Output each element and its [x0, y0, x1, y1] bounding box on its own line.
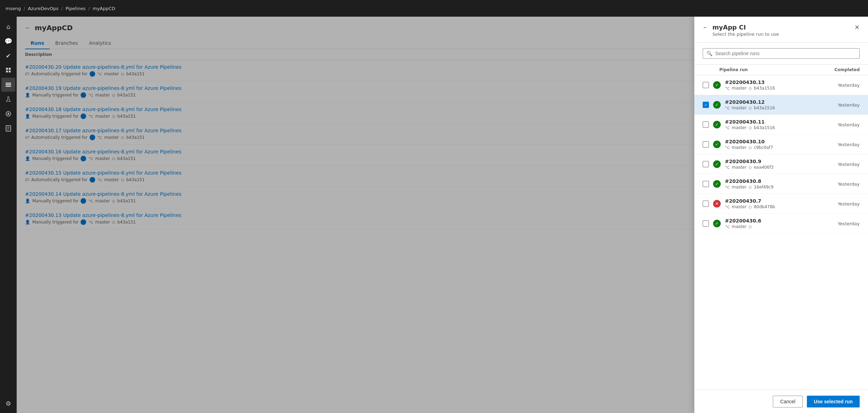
- run-branch-icon: ⌥: [725, 165, 730, 170]
- sidebar: ⌂ 💬 ✔ ⚙: [0, 17, 17, 413]
- run-branch: master: [732, 185, 746, 189]
- run-commit-icon: ◇: [749, 145, 752, 150]
- modal-run-item[interactable]: ✓ #20200430.6 ⌥ master ◇ Yesterday: [694, 214, 868, 234]
- run-meta: ⌥ master ◇ eaa406f3: [725, 165, 828, 170]
- modal-run-item[interactable]: ✓ #20200430.12 ⌥ master ◇ b43a1516 Yeste…: [694, 95, 868, 115]
- cancel-button[interactable]: Cancel: [773, 396, 803, 407]
- modal-runs-list: ✓ #20200430.13 ⌥ master ◇ b43a1516 Yeste…: [694, 75, 868, 390]
- sidebar-icon-work[interactable]: ✔: [1, 49, 15, 62]
- run-checkbox[interactable]: [703, 181, 709, 187]
- run-branch-icon: ⌥: [725, 185, 730, 189]
- top-bar: mseng / AzureDevOps / Pipelines / myAppC…: [0, 0, 868, 17]
- sidebar-icon-artifacts[interactable]: [1, 121, 15, 135]
- run-commit-icon: ◇: [749, 224, 752, 229]
- breadcrumb-pipelines[interactable]: Pipelines: [66, 6, 86, 11]
- run-status-icon: ✓: [713, 81, 721, 89]
- run-status-icon: ✕: [713, 200, 721, 208]
- run-info: #20200430.6 ⌥ master ◇: [725, 218, 828, 229]
- run-completed: Yesterday: [832, 142, 860, 147]
- modal-close-button[interactable]: ✕: [854, 24, 860, 31]
- run-checkbox[interactable]: [703, 102, 709, 108]
- modal-list-header: Pipeline run Completed: [694, 65, 868, 75]
- sidebar-icon-pipelines[interactable]: [1, 78, 15, 92]
- sidebar-icon-deploy[interactable]: [1, 107, 15, 121]
- modal-title: myApp CI: [712, 24, 779, 31]
- sidebar-icon-test[interactable]: [1, 92, 15, 106]
- run-commit: b43a1516: [754, 106, 775, 110]
- run-checkbox[interactable]: [703, 82, 709, 88]
- run-number: #20200430.7: [725, 198, 828, 204]
- modal-run-item[interactable]: ✕ #20200430.7 ⌥ master ◇ 80db478b Yester…: [694, 194, 868, 214]
- modal-run-item[interactable]: ✓ #20200430.9 ⌥ master ◇ eaa406f3 Yester…: [694, 154, 868, 174]
- search-icon: 🔍: [706, 51, 712, 56]
- modal-run-item[interactable]: ✓ #20200430.11 ⌥ master ◇ b43a1516 Yeste…: [694, 115, 868, 135]
- run-branch: master: [732, 224, 746, 229]
- run-checkbox[interactable]: [703, 220, 709, 227]
- search-box: 🔍: [703, 48, 860, 59]
- run-info: #20200430.12 ⌥ master ◇ b43a1516: [725, 99, 828, 110]
- run-status-icon: ✓: [713, 141, 721, 148]
- run-commit-icon: ◇: [749, 86, 752, 91]
- run-number: #20200430.6: [725, 218, 828, 224]
- modal-panel: ← myApp CI Select the pipeline run to us…: [694, 17, 868, 413]
- run-meta: ⌥ master ◇ 16ef49c9: [725, 185, 828, 189]
- run-commit: eaa406f3: [754, 165, 774, 170]
- modal-header-pipeline-run: Pipeline run: [703, 67, 825, 72]
- run-meta: ⌥ master ◇ b43a1516: [725, 106, 828, 110]
- run-completed: Yesterday: [832, 162, 860, 167]
- run-meta: ⌥ master ◇ b43a1516: [725, 125, 828, 130]
- modal-run-item[interactable]: ✓ #20200430.10 ⌥ master ◇ c9bc0af7 Yeste…: [694, 135, 868, 154]
- run-branch-icon: ⌥: [725, 106, 730, 110]
- modal-subtitle: Select the pipeline run to use: [712, 32, 779, 37]
- run-branch: master: [732, 145, 746, 150]
- use-selected-run-button[interactable]: Use selected run: [807, 396, 860, 407]
- run-completed: Yesterday: [832, 122, 860, 127]
- breadcrumb-azuredevops[interactable]: AzureDevOps: [28, 6, 58, 11]
- run-number: #20200430.9: [725, 159, 828, 164]
- run-info: #20200430.7 ⌥ master ◇ 80db478b: [725, 198, 828, 209]
- sidebar-icon-home[interactable]: ⌂: [1, 19, 15, 33]
- run-meta: ⌥ master ◇ c9bc0af7: [725, 145, 828, 150]
- run-info: #20200430.13 ⌥ master ◇ b43a1516: [725, 79, 828, 91]
- modal-run-item[interactable]: ✓ #20200430.8 ⌥ master ◇ 16ef49c9 Yester…: [694, 174, 868, 194]
- run-commit: 16ef49c9: [754, 185, 773, 189]
- modal-search-area: 🔍: [694, 43, 868, 65]
- run-commit-icon: ◇: [749, 125, 752, 130]
- sidebar-icon-repo[interactable]: [1, 63, 15, 77]
- run-commit-icon: ◇: [749, 106, 752, 110]
- breadcrumb-mseng[interactable]: mseng: [6, 6, 21, 11]
- run-commit: b43a1516: [754, 125, 775, 130]
- modal-run-item[interactable]: ✓ #20200430.13 ⌥ master ◇ b43a1516 Yeste…: [694, 75, 868, 95]
- sidebar-icon-chat[interactable]: 💬: [1, 34, 15, 48]
- run-number: #20200430.13: [725, 79, 828, 85]
- run-checkbox[interactable]: [703, 161, 709, 167]
- modal-header: ← myApp CI Select the pipeline run to us…: [694, 17, 868, 43]
- run-branch-icon: ⌥: [725, 145, 730, 150]
- modal-footer: Cancel Use selected run: [694, 390, 868, 413]
- modal-back-button[interactable]: ←: [703, 24, 708, 31]
- run-branch-icon: ⌥: [725, 86, 730, 91]
- run-commit-icon: ◇: [749, 185, 752, 189]
- sidebar-icon-settings[interactable]: ⚙: [1, 396, 15, 410]
- run-completed: Yesterday: [832, 201, 860, 206]
- run-branch-icon: ⌥: [725, 224, 730, 229]
- run-branch-icon: ⌥: [725, 125, 730, 130]
- run-completed: Yesterday: [832, 182, 860, 187]
- run-meta: ⌥ master ◇ 80db478b: [725, 204, 828, 209]
- run-checkbox[interactable]: [703, 141, 709, 148]
- run-status-icon: ✓: [713, 160, 721, 168]
- run-checkbox[interactable]: [703, 201, 709, 207]
- run-info: #20200430.10 ⌥ master ◇ c9bc0af7: [725, 139, 828, 150]
- run-commit: 80db478b: [754, 204, 775, 209]
- run-number: #20200430.12: [725, 99, 828, 105]
- run-number: #20200430.11: [725, 119, 828, 125]
- run-meta: ⌥ master ◇: [725, 224, 828, 229]
- run-status-icon: ✓: [713, 180, 721, 188]
- run-number: #20200430.8: [725, 178, 828, 184]
- run-completed: Yesterday: [832, 83, 860, 88]
- run-status-icon: ✓: [713, 121, 721, 128]
- run-meta: ⌥ master ◇ b43a1516: [725, 86, 828, 91]
- run-checkbox[interactable]: [703, 121, 709, 128]
- search-input[interactable]: [715, 51, 856, 56]
- breadcrumb-myappcd[interactable]: myAppCD: [93, 6, 115, 11]
